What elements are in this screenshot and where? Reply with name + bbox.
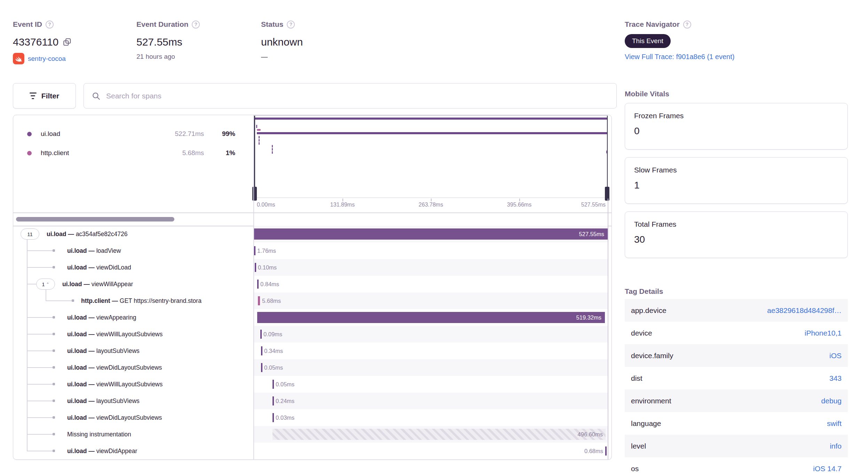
span-bar-row[interactable]: 519.32ms xyxy=(254,309,608,326)
span-tree-row[interactable]: 11ui.load — ac354af5e82c4726 xyxy=(13,226,253,242)
project-link[interactable]: sentry-cocoa xyxy=(28,55,66,63)
tag-value[interactable]: iPhone10,1 xyxy=(805,329,842,337)
help-icon[interactable]: ? xyxy=(46,21,54,29)
span-label: ui.load — layoutSubViews xyxy=(67,393,140,409)
tag-value[interactable]: iOS xyxy=(829,352,842,360)
span-duration-tick[interactable] xyxy=(605,446,607,456)
axis-tick-label: 395.66ms xyxy=(507,202,531,208)
filter-icon xyxy=(30,92,37,99)
event-id-label: Event ID xyxy=(13,20,42,29)
filter-button-label: Filter xyxy=(41,92,59,100)
span-duration-label: 0.03ms xyxy=(276,409,294,426)
tag-key: language xyxy=(631,419,661,428)
minimap-window-left-edge[interactable] xyxy=(254,116,255,198)
panel-right-divider xyxy=(608,199,608,460)
minimap-span-mark xyxy=(259,139,260,142)
missing-instrumentation-bar[interactable]: 496.60ms xyxy=(273,429,606,440)
tag-row: osiOS 14.7 xyxy=(625,457,848,475)
span-duration-tick[interactable] xyxy=(255,263,256,272)
tree-connector xyxy=(27,250,53,251)
span-duration-tick[interactable] xyxy=(273,413,274,422)
tag-key: environment xyxy=(631,397,671,405)
span-bar-row[interactable]: 0.10ms xyxy=(254,259,608,276)
tree-connector-dot xyxy=(53,450,55,452)
span-children-pill[interactable]: 11 xyxy=(21,228,39,240)
legend-op-percent: 99% xyxy=(222,130,235,138)
search-input[interactable] xyxy=(106,92,609,100)
span-duration-tick[interactable] xyxy=(261,346,262,355)
minimap-window-right-edge[interactable] xyxy=(607,116,608,198)
span-bar-row[interactable]: 0.24ms xyxy=(254,393,608,409)
span-duration-tick[interactable] xyxy=(257,280,259,289)
tree-connector-dot xyxy=(53,400,55,402)
span-duration-tick[interactable] xyxy=(273,396,274,405)
span-search xyxy=(84,83,617,108)
tree-connector xyxy=(27,267,53,268)
help-icon[interactable]: ? xyxy=(287,21,295,29)
status-label: Status xyxy=(261,20,283,29)
tag-value[interactable]: 343 xyxy=(829,374,842,383)
filter-button[interactable]: Filter xyxy=(13,83,76,108)
span-bar-row[interactable]: 0.05ms xyxy=(254,359,608,376)
tree-connector-dot xyxy=(53,349,55,352)
tag-key: level xyxy=(631,442,646,450)
legend-row: ui.load522.71ms99% xyxy=(13,125,253,143)
trace-minimap[interactable] xyxy=(254,115,608,198)
event-age: 21 hours ago xyxy=(136,53,175,61)
tag-row: dist343 xyxy=(625,367,848,389)
tree-horizontal-scrollbar[interactable] xyxy=(16,217,174,222)
tag-row: languageswift xyxy=(625,412,848,435)
mobile-vitals-title: Mobile Vitals xyxy=(625,90,669,98)
tag-value[interactable]: debug xyxy=(821,397,842,405)
chevron-up-icon: ⌃ xyxy=(46,282,49,287)
panel-column-divider[interactable] xyxy=(253,115,254,460)
span-duration-label: 0.05ms xyxy=(264,359,283,376)
help-icon[interactable]: ? xyxy=(192,21,200,29)
legend-op-percent: 1% xyxy=(226,149,235,157)
tree-connector xyxy=(27,317,53,318)
span-duration-tick[interactable] xyxy=(254,246,255,255)
legend-op-duration: 5.68ms xyxy=(182,149,204,157)
legend-op-duration: 522.71ms xyxy=(175,130,204,138)
divider xyxy=(13,212,611,213)
span-children-pill[interactable]: 1⌃ xyxy=(36,279,55,290)
span-bar-row[interactable]: 1.76ms xyxy=(254,242,608,259)
span-label: ui.load — ac354af5e82c4726 xyxy=(47,226,128,242)
span-bar-row[interactable]: 0.09ms xyxy=(254,326,608,343)
span-duration-label: 0.05ms xyxy=(276,376,294,393)
tag-value[interactable]: info xyxy=(830,442,842,450)
span-duration-tick[interactable] xyxy=(258,296,260,305)
span-tree-row[interactable]: 1⌃ui.load — viewWillAppear xyxy=(13,276,253,292)
span-bar-row[interactable]: 527.55ms xyxy=(254,226,608,242)
span-bar-row[interactable]: 0.34ms xyxy=(254,343,608,359)
tag-key: device xyxy=(631,329,652,337)
copy-icon[interactable] xyxy=(63,38,72,47)
tree-connector xyxy=(27,351,53,351)
event-id-section: Event ID ? 43376110 sentry-cocoa xyxy=(13,20,72,64)
span-label: ui.load — viewDidLayoutSubviews xyxy=(67,359,162,376)
span-bar-row[interactable]: 496.60ms xyxy=(254,426,608,443)
span-duration-tick[interactable] xyxy=(261,363,262,372)
tag-value[interactable]: ae3829618d484298f… xyxy=(767,306,842,315)
span-duration-tick[interactable] xyxy=(260,330,262,339)
axis-tick xyxy=(519,199,520,201)
tag-key: dist xyxy=(631,374,642,383)
span-bar-row[interactable]: 0.03ms xyxy=(254,409,608,426)
tree-connector xyxy=(46,300,72,301)
span-bar-row[interactable]: 0.05ms xyxy=(254,376,608,393)
tree-connector-dot xyxy=(53,316,55,319)
sidebar: Mobile Vitals Frozen Frames0Slow Frames1… xyxy=(625,0,848,475)
tag-value[interactable]: swift xyxy=(827,419,842,428)
span-bar-row[interactable]: 0.84ms xyxy=(254,276,608,292)
span-label: ui.load — viewDidLayoutSubviews xyxy=(67,409,162,426)
span-bar-row[interactable]: 5.68ms xyxy=(254,292,608,309)
vital-label: Slow Frames xyxy=(634,166,838,174)
minimap-span-mark xyxy=(259,142,260,145)
span-duration-bar[interactable]: 527.55ms xyxy=(254,228,608,240)
span-duration-tick[interactable] xyxy=(273,380,274,389)
tag-value[interactable]: iOS 14.7 xyxy=(813,465,842,473)
span-duration-bar[interactable]: 519.32ms xyxy=(257,312,605,323)
span-bar-row[interactable]: 0.68ms xyxy=(254,443,608,459)
span-duration-label: 0.09ms xyxy=(263,326,282,343)
vital-card: Total Frames30 xyxy=(625,211,848,258)
